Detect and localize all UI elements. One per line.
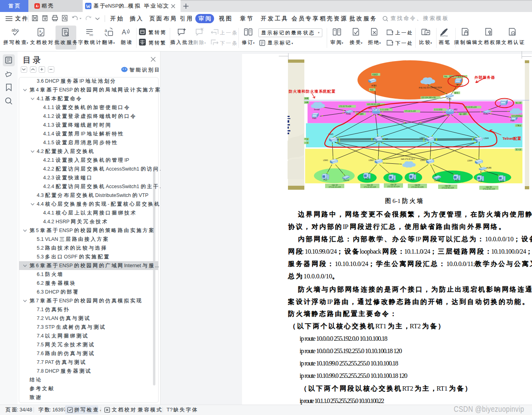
svg-text:172.22.20.x/24: 172.22.20.x/24 — [364, 186, 376, 188]
svg-text:PC5: PC5 — [455, 180, 459, 182]
svg-text:外部服务器: 外部服务器 — [474, 75, 495, 79]
svg-text:172.22.9.x/24: 172.22.9.x/24 — [405, 110, 416, 112]
svg-text:FW8: FW8 — [510, 120, 514, 122]
svg-text:snmp管理端: snmp管理端 — [512, 115, 522, 117]
svg-text:HUB3: HUB3 — [483, 113, 488, 115]
svg-text:AR2: AR2 — [454, 109, 457, 111]
svg-text:1.1.1.1/32: 1.1.1.1/32 — [380, 109, 389, 111]
svg-text:Telnet配置: Telnet配置 — [502, 136, 521, 141]
svg-text:三层: 三层 — [305, 138, 309, 140]
svg-text:接入层: 接入层 — [516, 149, 521, 151]
svg-text:LSW8: LSW8 — [484, 137, 489, 139]
svg-text:172.22.10.x/26: 172.22.10.x/26 — [329, 186, 341, 188]
svg-text:外网: 外网 — [305, 97, 308, 99]
svg-text:223.104.268.x/26: 223.104.268.x/26 — [421, 97, 436, 99]
svg-text:PC9: PC9 — [500, 181, 504, 183]
svg-text:HUB2: HUB2 — [346, 113, 351, 115]
svg-text:PC6: PC6 — [478, 181, 482, 183]
svg-text:Server1: Server1 — [456, 84, 463, 86]
svg-text:MCU1: MCU1 — [371, 85, 377, 87]
svg-text:115.200.60.x/26: 115.200.60.x/26 — [367, 103, 380, 105]
svg-text:00: 00 — [89, 33, 93, 37]
svg-text:LSW1: LSW1 — [323, 159, 328, 161]
svg-text:172.22.70.x/24: 172.22.70.x/24 — [339, 105, 351, 107]
svg-text:a: a — [105, 28, 107, 33]
svg-text:LSW7: LSW7 — [420, 137, 425, 139]
svg-text:LSW6: LSW6 — [383, 138, 388, 140]
svg-text:172.22.40.x/26: 172.22.40.x/26 — [411, 186, 424, 188]
svg-text:A: A — [122, 29, 126, 36]
svg-text:本地主机-223.104.244.33/24: 本地主机-223.104.244.33/24 — [419, 87, 442, 89]
svg-text:kab-172.22.30.x: kab-172.22.30.x — [401, 158, 415, 160]
svg-text:PC3: PC3 — [390, 180, 394, 182]
svg-text:汇聚层: 汇聚层 — [516, 125, 521, 127]
svg-text:PC4: PC4 — [411, 179, 414, 181]
svg-text:Client2: Client2 — [434, 180, 440, 182]
svg-text:内网: 内网 — [305, 101, 308, 103]
svg-text:a: a — [39, 29, 41, 33]
svg-text:LSW2: LSW2 — [369, 159, 374, 161]
svg-text:LSW4: LSW4 — [467, 160, 472, 162]
svg-text:172.22.50.x/24: 172.22.50.x/24 — [442, 187, 454, 189]
svg-text:防火墙和防火墙系统配置: 防火墙和防火墙系统配置 — [289, 89, 336, 93]
svg-text:PC2: PC2 — [365, 178, 369, 180]
svg-text:FW6: FW6 — [312, 117, 316, 119]
svg-text:核心层: 核心层 — [516, 102, 521, 104]
svg-text:firewall: firewall — [314, 109, 320, 111]
svg-text:二层: 二层 — [305, 142, 309, 144]
svg-text:HUB5: HUB5 — [486, 167, 492, 169]
svg-text:172.22.60.x/24: 172.22.60.x/24 — [483, 188, 495, 190]
svg-text:PC1: PC1 — [324, 179, 327, 181]
svg-text:HUB1: HUB1 — [447, 98, 452, 100]
svg-text:172.22.30.x/24: 172.22.30.x/24 — [387, 186, 400, 188]
svg-text:2.2.2.2/32: 2.2.2.2/32 — [434, 109, 443, 111]
svg-text:组播源: 组播源 — [372, 73, 378, 76]
svg-text:LSW3: LSW3 — [420, 159, 425, 161]
svg-text:Client1: Client1 — [343, 179, 349, 181]
